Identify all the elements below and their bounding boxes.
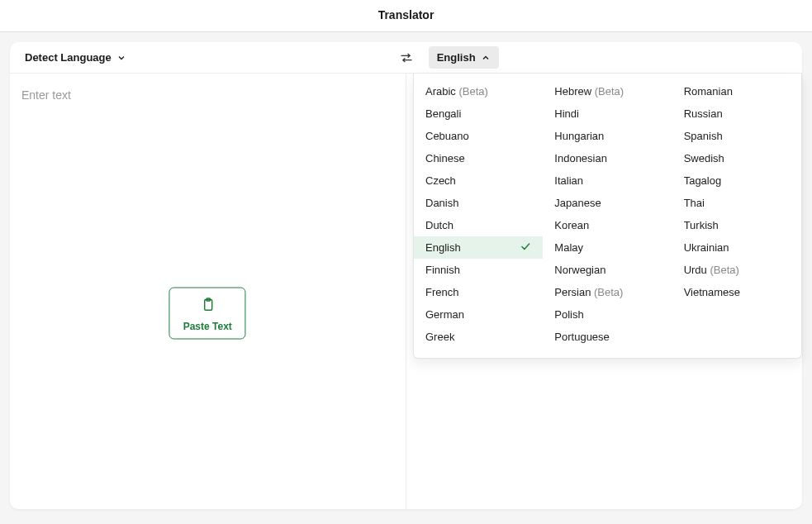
language-option-label: Danish xyxy=(425,197,458,209)
language-option-label: German xyxy=(425,308,464,321)
language-option-label: Dutch xyxy=(425,219,453,231)
language-option-english[interactable]: English xyxy=(414,236,543,259)
language-option-turkish[interactable]: Turkish xyxy=(672,214,801,236)
language-option-label: Tagalog xyxy=(684,174,722,187)
language-option-bengali[interactable]: Bengali xyxy=(414,102,543,125)
language-option-label: Urdu (Beta) xyxy=(684,264,739,276)
language-option-label: English xyxy=(425,241,461,254)
swap-languages-button[interactable] xyxy=(395,47,418,69)
source-pane: Paste Text xyxy=(10,74,406,509)
language-option-hungarian[interactable]: Hungarian xyxy=(543,125,672,147)
language-option-korean[interactable]: Korean xyxy=(543,214,672,236)
language-option-label: Czech xyxy=(425,174,456,187)
language-option-french[interactable]: French xyxy=(414,281,543,303)
source-toolbar: Detect Language xyxy=(10,42,390,73)
language-column-3: RomanianRussianSpanishSwedishTagalogThai… xyxy=(672,80,801,348)
swap-icon xyxy=(400,52,413,64)
language-option-ukrainian[interactable]: Ukrainian xyxy=(672,236,801,259)
chevron-down-icon xyxy=(116,53,126,63)
language-option-label: Greek xyxy=(425,331,454,343)
language-option-label: Finnish xyxy=(425,264,460,276)
app-header: Translator xyxy=(0,0,812,32)
language-option-label: Japanese xyxy=(554,197,601,209)
language-option-label: Swedish xyxy=(684,152,724,164)
source-text-input[interactable] xyxy=(10,74,406,206)
target-language-dropdown: Arabic (Beta)BengaliCebuanoChineseCzechD… xyxy=(413,74,802,359)
language-option-vietnamese[interactable]: Vietnamese xyxy=(672,281,801,303)
language-option-polish[interactable]: Polish xyxy=(543,303,672,326)
language-option-label: Romanian xyxy=(684,85,733,98)
language-option-hindi[interactable]: Hindi xyxy=(543,102,672,125)
beta-badge: (Beta) xyxy=(456,85,488,98)
language-option-urdu[interactable]: Urdu (Beta) xyxy=(672,259,801,281)
language-option-indonesian[interactable]: Indonesian xyxy=(543,147,672,169)
main-container: Detect Language xyxy=(0,32,812,519)
language-option-danish[interactable]: Danish xyxy=(414,192,543,214)
paste-text-button[interactable]: Paste Text xyxy=(169,288,246,340)
language-option-norwegian[interactable]: Norwegian xyxy=(543,259,672,281)
language-option-russian[interactable]: Russian xyxy=(672,102,801,125)
language-option-label: Hindi xyxy=(554,107,579,120)
language-option-spanish[interactable]: Spanish xyxy=(672,125,801,147)
language-option-label: Portuguese xyxy=(554,331,610,343)
language-option-chinese[interactable]: Chinese xyxy=(414,147,543,169)
language-option-label: Hebrew (Beta) xyxy=(554,85,624,98)
language-option-persian[interactable]: Persian (Beta) xyxy=(543,281,672,303)
translator-card: Detect Language xyxy=(10,42,802,509)
language-columns: Arabic (Beta)BengaliCebuanoChineseCzechD… xyxy=(414,80,801,348)
paste-text-label: Paste Text xyxy=(183,321,232,332)
language-option-label: Ukrainian xyxy=(684,241,729,254)
language-option-label: Korean xyxy=(554,219,589,231)
language-option-label: Turkish xyxy=(684,219,719,231)
language-option-label: French xyxy=(425,286,458,298)
chevron-up-icon xyxy=(481,53,491,63)
language-option-label: Thai xyxy=(684,197,705,209)
language-option-label: Bengali xyxy=(425,107,461,120)
beta-badge: (Beta) xyxy=(707,264,739,276)
target-language-label: English xyxy=(437,51,476,64)
language-option-japanese[interactable]: Japanese xyxy=(543,192,672,214)
language-option-romanian[interactable]: Romanian xyxy=(672,80,801,102)
source-language-button[interactable]: Detect Language xyxy=(17,46,135,69)
language-option-greek[interactable]: Greek xyxy=(414,326,543,348)
language-option-label: Indonesian xyxy=(554,152,607,164)
language-option-portuguese[interactable]: Portuguese xyxy=(543,326,672,348)
language-option-label: Persian (Beta) xyxy=(554,286,623,298)
check-icon xyxy=(520,241,531,255)
language-option-label: Russian xyxy=(684,107,723,120)
language-option-label: Arabic (Beta) xyxy=(425,85,488,98)
language-option-tagalog[interactable]: Tagalog xyxy=(672,169,801,192)
target-toolbar: English xyxy=(422,42,802,73)
app-title: Translator xyxy=(0,8,812,21)
language-option-label: Vietnamese xyxy=(684,286,740,298)
target-language-button[interactable]: English xyxy=(429,46,499,69)
language-option-label: Polish xyxy=(554,308,583,321)
language-column-2: Hebrew (Beta)HindiHungarianIndonesianIta… xyxy=(543,80,672,348)
language-option-label: Norwegian xyxy=(554,264,605,276)
language-column-1: Arabic (Beta)BengaliCebuanoChineseCzechD… xyxy=(414,80,543,348)
language-option-label: Chinese xyxy=(425,152,465,164)
swap-container xyxy=(390,47,421,69)
language-toolbar: Detect Language xyxy=(10,42,802,74)
language-option-swedish[interactable]: Swedish xyxy=(672,147,801,169)
language-option-malay[interactable]: Malay xyxy=(543,236,672,259)
language-option-italian[interactable]: Italian xyxy=(543,169,672,192)
clipboard-icon xyxy=(200,297,215,316)
source-language-label: Detect Language xyxy=(25,51,112,64)
language-option-cebuano[interactable]: Cebuano xyxy=(414,125,543,147)
language-option-label: Spanish xyxy=(684,130,723,142)
language-option-german[interactable]: German xyxy=(414,303,543,326)
beta-badge: (Beta) xyxy=(591,85,624,98)
language-option-dutch[interactable]: Dutch xyxy=(414,214,543,236)
language-option-label: Malay xyxy=(554,241,583,254)
beta-badge: (Beta) xyxy=(591,286,623,298)
language-option-label: Italian xyxy=(554,174,583,187)
language-option-label: Cebuano xyxy=(425,130,469,142)
language-option-czech[interactable]: Czech xyxy=(414,169,543,192)
language-option-arabic[interactable]: Arabic (Beta) xyxy=(414,80,543,102)
language-option-hebrew[interactable]: Hebrew (Beta) xyxy=(543,80,672,102)
language-option-finnish[interactable]: Finnish xyxy=(414,259,543,281)
language-option-thai[interactable]: Thai xyxy=(672,192,801,214)
language-option-label: Hungarian xyxy=(554,130,604,142)
